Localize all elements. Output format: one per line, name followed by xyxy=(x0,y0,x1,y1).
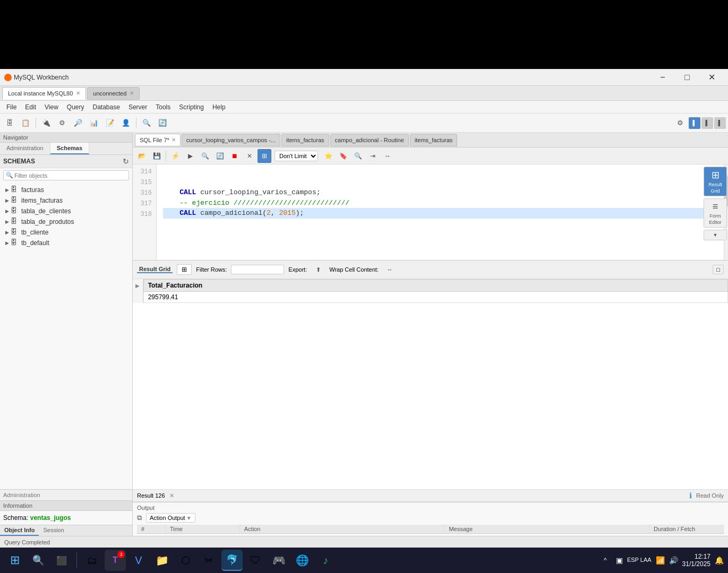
taskbar-app-chrome[interactable]: 🌐 xyxy=(292,550,313,571)
maximize-button[interactable]: □ xyxy=(675,69,699,86)
filter-input[interactable] xyxy=(14,172,126,179)
status-bar: Query Completed xyxy=(0,536,728,548)
toolbar-sql-editor[interactable]: 📝 xyxy=(102,116,117,131)
taskbar-app-mysql[interactable]: 🐬 xyxy=(221,550,243,571)
limit-select[interactable]: Don't Limit 1000 rows 5000 rows xyxy=(275,151,318,161)
menu-view[interactable]: View xyxy=(40,102,63,112)
taskbar-app-jetbrains[interactable]: T 3 xyxy=(105,550,126,571)
toolbar-manage-connections[interactable]: ⚙ xyxy=(55,116,70,131)
taskbar-app-explorer[interactable]: 🗂 xyxy=(81,550,102,571)
sql-cancel[interactable]: ✕ xyxy=(243,149,256,163)
toolbar-users[interactable]: 👤 xyxy=(118,116,133,131)
taskbar-app-heidisql[interactable]: ⬡ xyxy=(175,550,196,571)
toolbar-table-data[interactable]: 📊 xyxy=(87,116,101,131)
sql-tab-campo[interactable]: campo_adicional - Routine xyxy=(330,134,409,146)
volume-icon[interactable]: 🔊 xyxy=(669,556,678,565)
export-btn[interactable]: ⬆ xyxy=(311,263,325,276)
sql-star-btn[interactable]: ⭐ xyxy=(321,149,335,163)
wrap-cell-btn[interactable]: ↔ xyxy=(383,263,397,276)
task-view-button[interactable]: ⬛ xyxy=(51,550,72,571)
tab-close-local[interactable]: ✕ xyxy=(76,90,80,96)
tab-local-instance[interactable]: Local instance MySQL80 ✕ xyxy=(2,87,86,100)
close-button[interactable]: ✕ xyxy=(699,69,724,86)
line-num-316: 316 xyxy=(133,188,156,198)
sql-toggle[interactable]: ⊞ xyxy=(258,149,271,163)
wifi-icon[interactable]: 📶 xyxy=(656,556,665,565)
down-arrow-sidebar-btn[interactable]: ▼ xyxy=(704,230,727,240)
tab-session[interactable]: Session xyxy=(39,525,68,536)
taskbar-app-folder[interactable]: 📁 xyxy=(151,550,173,571)
sql-tab-cursor[interactable]: cursor_looping_varios_campos -... xyxy=(182,134,280,146)
tab-schemas[interactable]: Schemas xyxy=(50,143,89,154)
sql-tab-close[interactable]: ✕ xyxy=(172,137,176,143)
sql-stop[interactable]: ⏹ xyxy=(228,149,242,163)
sql-search[interactable]: 🔍 xyxy=(351,149,365,163)
toolbar-view2[interactable]: ▌ xyxy=(701,117,713,129)
sql-save-btn[interactable]: 💾 xyxy=(150,149,164,163)
result-grid-tab[interactable]: Result Grid xyxy=(137,266,173,273)
menu-file[interactable]: File xyxy=(2,102,21,112)
result-grid-sidebar-btn[interactable]: ⊞ Result Grid xyxy=(704,167,727,196)
tree-item-facturas[interactable]: ▶ 🗄 facturas xyxy=(0,185,132,195)
language-badge[interactable]: ESP LAA xyxy=(627,557,652,563)
grid-icon-btn[interactable]: ⊞ xyxy=(177,264,192,275)
toolbar-schema-inspector[interactable]: 🔎 xyxy=(71,116,85,131)
menu-edit[interactable]: Edit xyxy=(21,102,40,112)
menu-query[interactable]: Query xyxy=(63,102,89,112)
result-expand-btn[interactable]: □ xyxy=(713,265,724,274)
menu-database[interactable]: Database xyxy=(89,102,124,112)
battery-icon[interactable]: ▣ xyxy=(616,556,623,565)
sql-tab-file7[interactable]: SQL File 7* ✕ xyxy=(135,134,181,146)
tree-item-items-facturas[interactable]: ▶ 🗄 items_facturas xyxy=(0,195,132,206)
tab-unconnected[interactable]: unconnected ✕ xyxy=(87,87,140,100)
sql-format[interactable]: ↔ xyxy=(381,149,395,163)
menu-scripting[interactable]: Scripting xyxy=(175,102,208,112)
taskbar-app-spotify[interactable]: ♪ xyxy=(315,550,336,571)
toolbar-new-table[interactable]: 📋 xyxy=(18,116,33,131)
sql-indent[interactable]: ⇥ xyxy=(366,149,380,163)
tab-close-unconnected[interactable]: ✕ xyxy=(130,90,134,96)
col-header-total-facturacion[interactable]: Total_Facturacion xyxy=(143,280,727,292)
sql-execute-all[interactable]: ⚡ xyxy=(168,149,182,163)
search-button[interactable]: 🔍 xyxy=(28,550,49,571)
taskbar-app-vscode[interactable]: V xyxy=(128,550,149,571)
chevron-up-button[interactable]: ^ xyxy=(599,554,612,567)
sql-open-btn[interactable]: 📂 xyxy=(135,149,149,163)
taskbar-app-security[interactable]: 🛡 xyxy=(245,550,266,571)
sql-bookmark[interactable]: 🔖 xyxy=(336,149,350,163)
menu-server[interactable]: Server xyxy=(124,102,151,112)
notification-icon[interactable]: 🔔 xyxy=(715,556,724,565)
menu-help[interactable]: Help xyxy=(208,102,230,112)
toolbar-open-connection[interactable]: 🔌 xyxy=(39,116,54,131)
toolbar-new-schema[interactable]: 🗄 xyxy=(2,116,17,131)
tab-object-info[interactable]: Object Info xyxy=(0,525,39,536)
toolbar-options[interactable]: ⚙ xyxy=(673,116,688,131)
tree-item-tabla-produtos[interactable]: ▶ 🗄 tabla_de_produtos xyxy=(0,216,132,227)
taskbar-clock[interactable]: 12:17 31/1/2025 xyxy=(682,553,710,568)
sql-tab-items1[interactable]: items_facturas xyxy=(281,134,329,146)
action-output-dropdown[interactable]: Action Output ▼ xyxy=(146,513,195,523)
sql-tab-label: campo_adicional - Routine xyxy=(335,137,404,143)
toolbar-view3[interactable]: ▌ xyxy=(714,117,726,129)
tree-item-tabla-clientes[interactable]: ▶ 🗄 tabla_de_clientes xyxy=(0,206,132,216)
minimize-button[interactable]: − xyxy=(650,69,675,86)
tree-item-tb-default[interactable]: ▶ 🗄 tb_default xyxy=(0,238,132,248)
result-close-btn[interactable]: ✕ xyxy=(169,492,174,499)
filter-rows-input[interactable] xyxy=(231,265,284,274)
taskbar-app-snip[interactable]: ✂ xyxy=(198,550,219,571)
sql-explain[interactable]: 🔍 xyxy=(198,149,212,163)
toolbar-refresh[interactable]: 🔄 xyxy=(155,116,170,131)
form-editor-sidebar-btn[interactable]: ≡ Form Editor xyxy=(704,198,727,228)
code-content[interactable]: CALL cursor_looping_varios_campos; -- ej… xyxy=(157,164,724,260)
sql-tab-items2[interactable]: items_facturas xyxy=(410,134,458,146)
menu-tools[interactable]: Tools xyxy=(151,102,175,112)
taskbar-app-discord[interactable]: 🎮 xyxy=(268,550,289,571)
toolbar-view1[interactable]: ▌ xyxy=(689,117,700,129)
toolbar-inspector[interactable]: 🔍 xyxy=(139,116,154,131)
sql-execute-selected[interactable]: ▶ xyxy=(183,149,197,163)
start-menu-button[interactable]: ⊞ xyxy=(4,550,25,571)
tree-item-tb-cliente[interactable]: ▶ 🗄 tb_cliente xyxy=(0,227,132,238)
tab-administration[interactable]: Administration xyxy=(0,143,50,154)
sql-refresh[interactable]: 🔄 xyxy=(213,149,227,163)
schemas-refresh-icon[interactable]: ↻ xyxy=(123,157,129,166)
